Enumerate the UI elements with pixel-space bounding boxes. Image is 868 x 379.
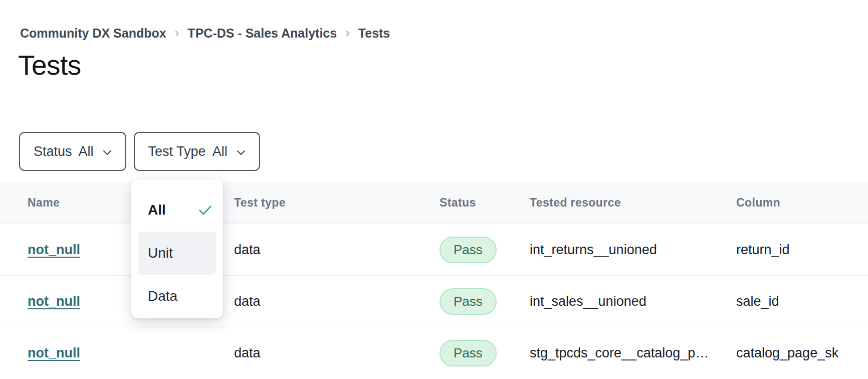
status-filter-label: Status: [34, 144, 72, 159]
chevron-down-icon: [237, 150, 246, 155]
tested-resource-cell: int_sales__unioned: [530, 294, 736, 309]
dropdown-item-data[interactable]: Data: [138, 275, 216, 318]
test-type-dropdown-menu: All Unit Data: [131, 179, 223, 318]
dropdown-item-all[interactable]: All: [138, 188, 216, 232]
test-name-link[interactable]: not_null: [28, 242, 80, 257]
test-type-cell: data: [234, 242, 440, 258]
table-row: not_null data Pass int_returns__unioned …: [0, 224, 868, 276]
test-type-cell: data: [234, 294, 440, 309]
column-header-column: Column: [736, 196, 868, 210]
status-badge: Pass: [440, 288, 497, 315]
column-cell: return_id: [736, 242, 868, 258]
table-header-row: Name Test type Status Tested resource Co…: [0, 182, 868, 224]
column-cell: sale_id: [736, 294, 868, 309]
breadcrumb-item-project[interactable]: TPC-DS - Sales Analytics: [187, 26, 337, 41]
column-header-tested-resource: Tested resource: [530, 196, 736, 210]
tests-table: Name Test type Status Tested resource Co…: [0, 182, 868, 379]
status-badge: Pass: [440, 237, 497, 263]
test-type-filter-button[interactable]: Test Type All: [134, 132, 260, 171]
test-name-link[interactable]: not_null: [28, 345, 80, 360]
check-icon: [198, 205, 212, 216]
test-name-link[interactable]: not_null: [28, 294, 80, 309]
table-row: not_null data Pass stg_tpcds_core__catal…: [0, 327, 868, 379]
dropdown-item-label: Unit: [148, 245, 173, 261]
dropdown-item-label: All: [148, 202, 166, 218]
column-cell: catalog_page_sk: [736, 345, 868, 361]
status-filter-value: All: [79, 144, 94, 159]
dropdown-item-unit[interactable]: Unit: [138, 232, 216, 275]
test-type-filter-label: Test Type: [148, 144, 206, 159]
chevron-down-icon: [103, 150, 112, 155]
chevron-right-icon: ›: [345, 26, 350, 41]
column-header-status: Status: [440, 196, 530, 210]
breadcrumb-item-current: Tests: [358, 26, 390, 41]
page-title: Tests: [18, 49, 81, 81]
dropdown-item-label: Data: [148, 288, 177, 304]
column-header-test-type: Test type: [234, 196, 440, 210]
breadcrumb-item-workspace[interactable]: Community DX Sandbox: [20, 26, 166, 41]
filter-bar: Status All Test Type All: [19, 132, 260, 171]
test-type-cell: data: [234, 345, 440, 361]
chevron-right-icon: ›: [175, 26, 179, 41]
tested-resource-cell: stg_tpcds_core__catalog_p…: [530, 345, 736, 361]
status-badge: Pass: [440, 340, 497, 366]
tested-resource-cell: int_returns__unioned: [530, 242, 736, 258]
table-row: not_null data Pass int_sales__unioned sa…: [0, 276, 868, 327]
breadcrumb: Community DX Sandbox › TPC-DS - Sales An…: [20, 26, 390, 41]
status-filter-button[interactable]: Status All: [19, 132, 126, 171]
test-type-filter-value: All: [212, 144, 228, 159]
table-body: not_null data Pass int_returns__unioned …: [0, 224, 868, 379]
